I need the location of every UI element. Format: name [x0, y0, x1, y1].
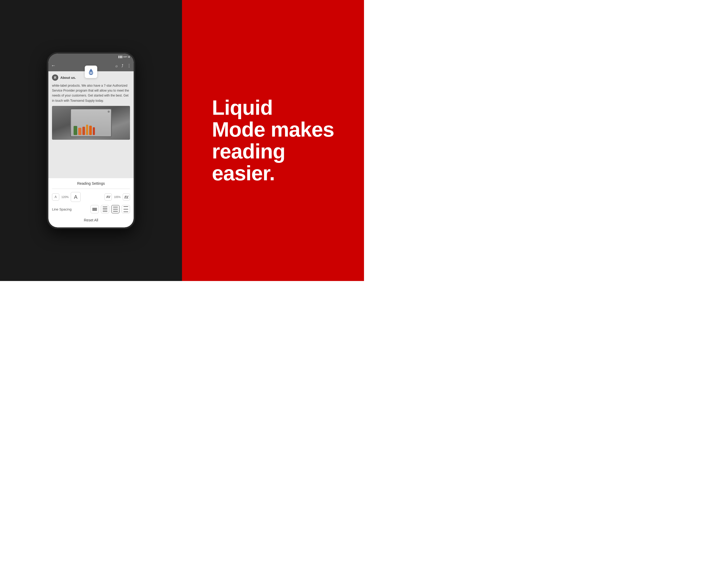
reading-settings-panel: Reading Settings A 120% A AV 105% — [48, 178, 134, 227]
kerning-spaced-btn[interactable]: AV — [123, 193, 130, 200]
font-large-letter: A — [74, 194, 77, 200]
liquid-mode-app-icon — [85, 66, 97, 78]
web-content-area: About us. white-label products. We also … — [48, 71, 134, 178]
tagline-line4: easier. — [212, 161, 275, 185]
spacing-normal-btn[interactable] — [101, 205, 109, 213]
kerning-percentage: 105% — [114, 196, 121, 198]
spacing-wider-icon — [123, 206, 128, 212]
web-paragraph: white-label products. We also have a 7-s… — [52, 83, 130, 103]
share-button[interactable]: ⤴ — [121, 63, 123, 68]
kerning-btn[interactable]: AV — [105, 193, 112, 200]
font-small-letter: A — [55, 195, 57, 199]
phone-screen: ▐▐▐ WiFi ▮ ← ⌕ ⤴ ⋮ — [48, 54, 134, 227]
web-content-inner: About us. white-label products. We also … — [48, 71, 134, 143]
signal-icon: ▐▐▐ — [118, 56, 122, 58]
spacing-tight-icon — [92, 208, 97, 211]
tagline-line1: Liquid — [212, 96, 273, 119]
toolbar-icons: ⌕ ⤴ ⋮ — [115, 63, 131, 68]
line-spacing-label: Line Spacing — [52, 207, 88, 211]
status-bar: ▐▐▐ WiFi ▮ — [48, 54, 134, 60]
back-button[interactable]: ← — [51, 63, 56, 68]
status-icons: ▐▐▐ WiFi ▮ — [118, 56, 129, 58]
font-size-row: A 120% A AV 105% AV — [52, 192, 130, 202]
product-image — [52, 106, 130, 140]
reset-all-btn[interactable]: Reset All — [52, 216, 130, 224]
about-us-icon — [52, 74, 58, 81]
tagline-line2: Mode makes — [212, 118, 334, 141]
spacing-wider-btn[interactable] — [122, 205, 130, 213]
font-size-increase-btn[interactable]: A — [71, 192, 81, 202]
phone-device: ▐▐▐ WiFi ▮ ← ⌕ ⤴ ⋮ — [47, 52, 135, 229]
about-us-label: About us. — [60, 76, 76, 80]
font-size-decrease-btn[interactable]: A — [52, 193, 59, 200]
spacing-wide-icon — [113, 207, 118, 211]
spacing-wide-btn[interactable] — [111, 205, 120, 213]
spacing-tight-btn[interactable] — [90, 205, 99, 213]
tagline-line3: reading — [212, 140, 285, 163]
tagline-text: Liquid Mode makes reading easier. — [212, 97, 334, 184]
kerning-spaced-av-icon: AV — [124, 195, 128, 199]
battery-icon: ▮ — [128, 56, 129, 58]
wifi-icon: WiFi — [123, 56, 127, 58]
spacing-normal-icon — [103, 206, 107, 212]
reading-settings-title: Reading Settings — [52, 181, 130, 185]
page-icon — [53, 76, 57, 79]
liquid-mode-icon — [87, 68, 95, 76]
line-spacing-row: Line Spacing — [52, 205, 130, 213]
more-button[interactable]: ⋮ — [127, 63, 131, 68]
search-button[interactable]: ⌕ — [115, 63, 118, 68]
font-size-percentage: 120% — [61, 195, 69, 198]
kerning-av-icon: AV — [106, 195, 111, 199]
